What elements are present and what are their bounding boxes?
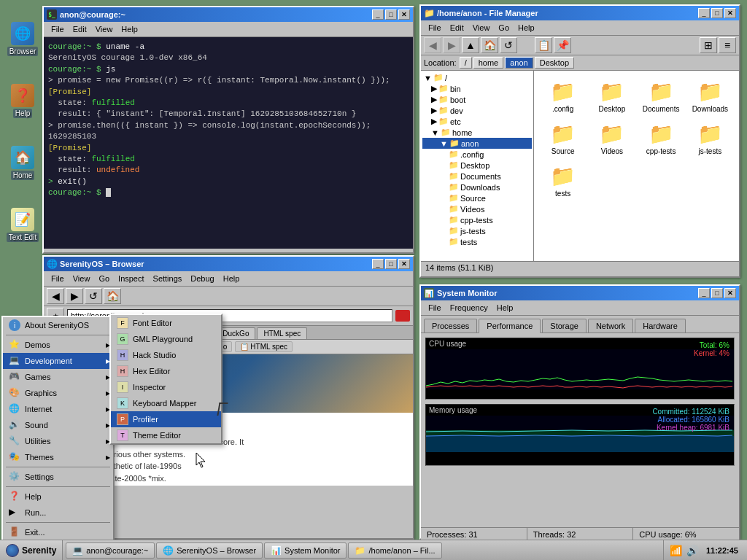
taskbar-item-terminal[interactable]: 💻 anon@courage:~ bbox=[66, 542, 155, 559]
sysmon-tab-storage[interactable]: Storage bbox=[542, 319, 587, 332]
tree-videos[interactable]: 📁Videos bbox=[422, 203, 532, 214]
tree-dev[interactable]: ▶📁dev bbox=[422, 105, 532, 116]
filemgr-path-home[interactable]: home bbox=[473, 57, 504, 69]
tree-documents[interactable]: 📁Documents bbox=[422, 171, 532, 182]
tree-boot[interactable]: ▶📁boot bbox=[422, 94, 532, 105]
sysmon-tab-hardware[interactable]: Hardware bbox=[635, 319, 686, 332]
sysmon-tab-performance[interactable]: Performance bbox=[479, 319, 541, 333]
file-icon-downloads[interactable]: 📁 Downloads bbox=[687, 77, 733, 116]
menu-help[interactable]: ❓ Help bbox=[3, 489, 113, 505]
submenu-inspector[interactable]: I Inspector bbox=[111, 379, 221, 395]
tree-tests[interactable]: 📁tests bbox=[422, 236, 532, 247]
menu-about[interactable]: i About SerenityOS bbox=[3, 317, 113, 333]
terminal-menu-file[interactable]: File bbox=[47, 23, 69, 35]
menu-run[interactable]: ▶ Run... bbox=[3, 505, 113, 521]
sysmon-close-btn[interactable]: ✕ bbox=[724, 288, 736, 298]
filemgr-menu-go[interactable]: Go bbox=[494, 22, 514, 34]
menu-graphics[interactable]: 🎨 Graphics bbox=[3, 385, 113, 401]
menu-development[interactable]: 💻 Development bbox=[3, 353, 113, 369]
filemgr-list-btn[interactable]: ≡ bbox=[719, 37, 736, 53]
terminal-menu-edit[interactable]: Edit bbox=[69, 23, 91, 35]
filemgr-menu-file[interactable]: File bbox=[424, 22, 446, 34]
filemgr-copy-btn[interactable]: 📋 bbox=[535, 37, 552, 53]
browser-menu-help[interactable]: Help bbox=[219, 273, 244, 284]
tree-desktop-folder[interactable]: 📁Desktop bbox=[422, 160, 532, 171]
sysmon-tab-processes[interactable]: Processes bbox=[424, 319, 477, 332]
browser-menu-inspect[interactable]: Inspect bbox=[114, 273, 148, 284]
desktop-icon-help[interactable]: ❓ Help bbox=[4, 84, 41, 118]
taskbar-start-button[interactable]: Serenity bbox=[0, 540, 63, 560]
filemgr-up-btn[interactable]: ▲ bbox=[462, 37, 479, 53]
browser-home-btn[interactable]: 🏠 bbox=[104, 288, 121, 304]
terminal-titlebar[interactable]: $_ anon@courage:~ _ □ ✕ bbox=[44, 7, 413, 22]
filemgr-icons-grid[interactable]: 📁 .config 📁 Desktop 📁 Documents 📁 Downlo… bbox=[534, 71, 739, 261]
filemgr-path-anon[interactable]: anon bbox=[505, 57, 533, 69]
file-icon-js-tests[interactable]: 📁 js-tests bbox=[687, 119, 733, 158]
filemgr-forward-btn[interactable]: ▶ bbox=[443, 37, 460, 53]
sysmon-titlebar[interactable]: 📊 System Monitor _ □ ✕ bbox=[421, 286, 739, 300]
desktop-icon-browser[interactable]: 🌐 Browser bbox=[4, 22, 41, 56]
filemgr-grid-btn[interactable]: ⊞ bbox=[700, 37, 717, 53]
file-icon-videos[interactable]: 📁 Videos bbox=[589, 119, 635, 158]
filemgr-menu-view[interactable]: View bbox=[468, 22, 495, 34]
browser-titlebar[interactable]: 🌐 SerenityOS – Browser _ □ ✕ bbox=[44, 257, 413, 271]
sysmon-menu-frequency[interactable]: Frequency bbox=[446, 302, 492, 314]
filemgr-maximize-btn[interactable]: □ bbox=[711, 8, 723, 18]
menu-internet[interactable]: 🌐 Internet bbox=[3, 401, 113, 417]
tray-volume-icon[interactable]: 🔊 bbox=[686, 545, 699, 556]
submenu-hex-editor[interactable]: H Hex Editor bbox=[111, 363, 221, 379]
browser-minimize-btn[interactable]: _ bbox=[372, 259, 384, 269]
taskbar-item-sysmon[interactable]: 📊 System Monitor bbox=[264, 542, 347, 559]
filemgr-minimize-btn[interactable]: _ bbox=[698, 8, 710, 18]
terminal-menu-view[interactable]: View bbox=[91, 23, 117, 35]
file-icon-source[interactable]: 📁 Source bbox=[540, 119, 586, 158]
tree-bin[interactable]: ▶📁bin bbox=[422, 83, 532, 94]
taskbar-item-filemgr[interactable]: 📁 /home/anon – Fil... bbox=[348, 542, 441, 559]
submenu-theme-editor[interactable]: T Theme Editor bbox=[111, 427, 221, 443]
sysmon-menu-file[interactable]: File bbox=[424, 302, 446, 314]
menu-games[interactable]: 🎮 Games bbox=[3, 369, 113, 385]
tree-root[interactable]: ▼📁/ bbox=[422, 72, 532, 83]
browser-menu-file[interactable]: File bbox=[47, 273, 69, 284]
bookmark-htmlspec[interactable]: 📋 HTML spec bbox=[235, 341, 293, 352]
browser-close-btn[interactable]: ✕ bbox=[398, 259, 410, 269]
sysmon-tab-network[interactable]: Network bbox=[588, 319, 633, 332]
filemgr-close-btn[interactable]: ✕ bbox=[724, 8, 736, 18]
submenu-profiler[interactable]: P Profiler bbox=[111, 411, 221, 427]
submenu-keyboard-mapper[interactable]: K Keyboard Mapper bbox=[111, 395, 221, 411]
menu-exit[interactable]: 🚪 Exit... bbox=[3, 524, 113, 540]
filemgr-path-root[interactable]: / bbox=[460, 57, 472, 69]
terminal-body[interactable]: courage:~ $ uname -a SerenityOS courage … bbox=[44, 37, 413, 249]
filemgr-paste-btn[interactable]: 📌 bbox=[554, 37, 571, 53]
browser-back-btn[interactable]: ◀ bbox=[47, 288, 64, 304]
file-icon-tests[interactable]: 📁 tests bbox=[540, 161, 586, 201]
browser-menu-settings[interactable]: Settings bbox=[149, 273, 187, 284]
tree-js-tests[interactable]: 📁js-tests bbox=[422, 225, 532, 236]
filemgr-path-desktop[interactable]: Desktop bbox=[535, 57, 574, 69]
filemgr-titlebar[interactable]: 📁 /home/anon - File Manager _ □ ✕ bbox=[421, 6, 739, 20]
browser-maximize-btn[interactable]: □ bbox=[385, 259, 397, 269]
file-icon-desktop[interactable]: 📁 Desktop bbox=[589, 77, 635, 116]
terminal-close-btn[interactable]: ✕ bbox=[398, 9, 410, 20]
menu-utilities[interactable]: 🔧 Utilities bbox=[3, 433, 113, 449]
filemgr-tree[interactable]: ▼📁/ ▶📁bin ▶📁boot ▶📁dev ▶📁etc ▼📁home ▼📁an… bbox=[421, 71, 534, 261]
tree-cpp-tests[interactable]: 📁cpp-tests bbox=[422, 214, 532, 225]
tree-downloads[interactable]: 📁Downloads bbox=[422, 182, 532, 192]
browser-forward-btn[interactable]: ▶ bbox=[66, 288, 83, 304]
tree-home[interactable]: ▼📁home bbox=[422, 127, 532, 138]
sysmon-minimize-btn[interactable]: _ bbox=[698, 288, 710, 298]
filemgr-home-btn[interactable]: 🏠 bbox=[481, 37, 498, 53]
filemgr-back-btn[interactable]: ◀ bbox=[424, 37, 441, 53]
filemgr-menu-help[interactable]: Help bbox=[514, 22, 539, 34]
taskbar-item-browser[interactable]: 🌐 SerenityOS – Browser bbox=[156, 542, 263, 559]
menu-settings[interactable]: ⚙️ Settings bbox=[3, 469, 113, 485]
terminal-maximize-btn[interactable]: □ bbox=[385, 9, 397, 20]
submenu-hack-studio[interactable]: H Hack Studio bbox=[111, 347, 221, 363]
browser-menu-view[interactable]: View bbox=[69, 273, 95, 284]
file-icon-config[interactable]: 📁 .config bbox=[540, 77, 586, 116]
sysmon-menu-help[interactable]: Help bbox=[492, 302, 518, 314]
sysmon-maximize-btn[interactable]: □ bbox=[711, 288, 723, 298]
tree-source[interactable]: 📁Source bbox=[422, 192, 532, 203]
file-icon-cpp-tests[interactable]: 📁 cpp-tests bbox=[638, 119, 684, 158]
tree-etc[interactable]: ▶📁etc bbox=[422, 116, 532, 127]
